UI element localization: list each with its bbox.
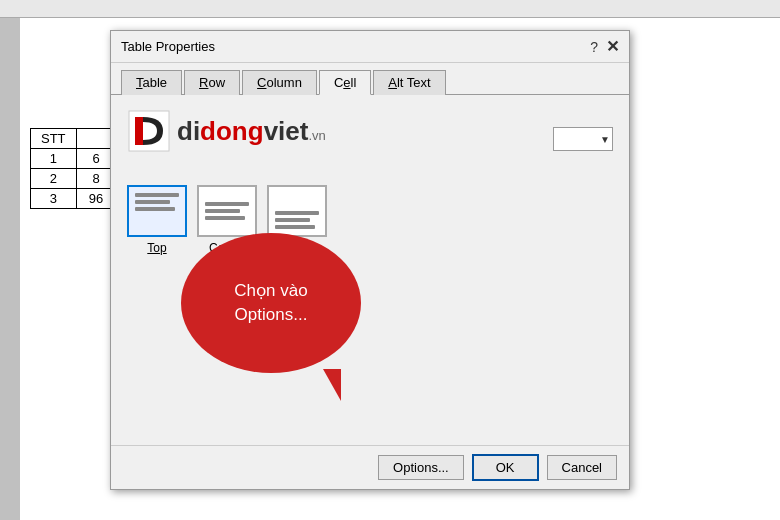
logo-text: didongviet.vn	[177, 116, 326, 147]
tab-table[interactable]: Table	[121, 70, 182, 95]
callout-bubble: Chọn vào Options...	[181, 233, 361, 373]
ruler	[0, 0, 780, 18]
bg-table-cell: 1	[31, 149, 77, 169]
dropdown-box[interactable]: ▼	[553, 127, 613, 151]
tab-alt-text-label: Alt Text	[388, 75, 430, 90]
align-bottom-icon	[267, 185, 327, 237]
callout-bubble-container: Chọn vào Options...	[181, 233, 381, 373]
background-table: STT 1 6 2 8 3 96	[30, 128, 117, 209]
cancel-button[interactable]: Cancel	[547, 455, 617, 480]
svg-rect-1	[135, 117, 143, 145]
dropdown-arrow-icon: ▼	[600, 134, 610, 145]
dialog-footer: Options... OK Cancel	[111, 445, 629, 489]
tab-alt-text[interactable]: Alt Text	[373, 70, 445, 95]
logo-row: didongviet.vn ▼	[127, 109, 613, 169]
titlebar-controls: ? ✕	[590, 37, 619, 56]
dialog-titlebar: Table Properties ? ✕	[111, 31, 629, 63]
tab-row[interactable]: Row	[184, 70, 240, 95]
tab-column[interactable]: Column	[242, 70, 317, 95]
callout-tail	[323, 369, 341, 401]
callout-text: Chọn vào Options...	[234, 279, 307, 327]
ok-button[interactable]: OK	[472, 454, 539, 481]
logo-icon	[127, 109, 171, 153]
tab-cell-label: Cell	[334, 75, 356, 90]
dialog-title: Table Properties	[121, 39, 215, 54]
bg-table-cell: 2	[31, 169, 77, 189]
help-button[interactable]: ?	[590, 39, 598, 55]
dialog-body: didongviet.vn ▼ To	[111, 95, 629, 453]
options-button[interactable]: Options...	[378, 455, 464, 480]
close-button[interactable]: ✕	[606, 37, 619, 56]
align-top-button[interactable]: Top	[127, 185, 187, 255]
align-top-label: Top	[147, 241, 166, 255]
align-center-icon	[197, 185, 257, 237]
dropdown-container: ▼	[553, 127, 613, 151]
logo-area: didongviet.vn	[127, 109, 326, 153]
tab-cell[interactable]: Cell	[319, 70, 371, 95]
table-properties-dialog: Table Properties ? ✕ Table Row Column Ce…	[110, 30, 630, 490]
tab-table-label: Table	[136, 75, 167, 90]
dialog-tabs: Table Row Column Cell Alt Text	[111, 63, 629, 95]
align-top-icon	[127, 185, 187, 237]
tab-column-label: Column	[257, 75, 302, 90]
bg-table-cell: 3	[31, 189, 77, 209]
bg-table-header: STT	[31, 129, 77, 149]
tab-row-label: Row	[199, 75, 225, 90]
